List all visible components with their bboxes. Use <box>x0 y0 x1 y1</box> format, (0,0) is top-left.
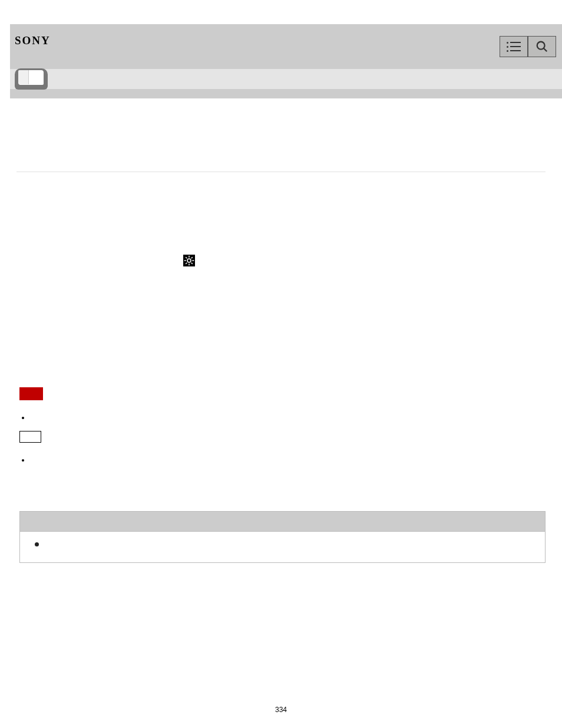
menu-button[interactable] <box>500 36 528 57</box>
svg-line-1 <box>544 48 547 52</box>
list-icon <box>507 42 521 52</box>
sony-logo: SONY <box>15 34 51 47</box>
bullet-icon <box>22 417 24 419</box>
note-header <box>20 512 545 532</box>
note-box <box>19 511 546 563</box>
gear-icon <box>183 255 195 266</box>
svg-rect-7 <box>192 260 194 261</box>
page-number: 334 <box>16 706 546 714</box>
bullet-icon <box>35 542 39 546</box>
header: SONY <box>10 24 562 69</box>
outline-label <box>19 431 41 443</box>
book-icon <box>15 68 48 90</box>
search-button[interactable] <box>528 36 556 57</box>
svg-rect-4 <box>189 256 190 258</box>
svg-rect-10 <box>186 257 187 259</box>
svg-rect-5 <box>189 263 190 265</box>
svg-rect-9 <box>186 262 187 264</box>
note-body <box>20 532 545 562</box>
red-label <box>19 387 43 400</box>
subheader <box>10 69 562 89</box>
header-buttons <box>500 36 556 57</box>
search-icon <box>535 40 548 53</box>
svg-rect-8 <box>191 257 193 259</box>
svg-rect-6 <box>184 260 186 261</box>
svg-rect-11 <box>191 262 193 264</box>
svg-point-0 <box>537 42 545 50</box>
subheader-bottom <box>10 89 562 98</box>
divider <box>16 172 546 172</box>
bullet-icon <box>22 459 24 462</box>
svg-point-3 <box>188 259 191 262</box>
